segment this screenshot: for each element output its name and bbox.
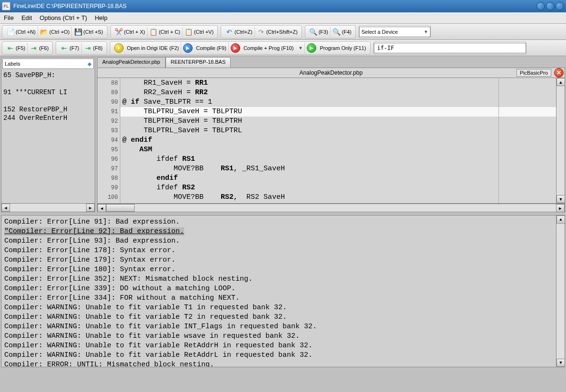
output-line[interactable]: Compiler: WARNING: Unable to fit variabl…	[4, 341, 562, 351]
output-line[interactable]: Compiler: Error[Line 179]: Syntax error.	[4, 255, 562, 265]
code-line[interactable]: RR2_SaveH = RR2	[120, 88, 556, 98]
window-controls	[537, 2, 564, 10]
output-vscrollbar[interactable]: ▲ ▼	[556, 216, 565, 367]
f5-label: (F5)	[16, 45, 25, 51]
dropdown-arrow-icon[interactable]: ▼	[298, 46, 303, 50]
menu-options[interactable]: Options (Ctrl + T)	[39, 14, 87, 21]
hscroll-track[interactable]	[135, 204, 556, 212]
undo-button[interactable]: ↶(Ctrl+Z)	[223, 27, 255, 37]
code-area: 888990919293949596979899100 RR1_SaveH = …	[97, 78, 565, 204]
label-item[interactable]: 65 SavePBP_H:	[3, 71, 93, 79]
output-line[interactable]: Compiler: WARNING: Unable to fit variabl…	[4, 322, 562, 332]
scroll-track[interactable]	[10, 204, 86, 212]
program-only-button[interactable]: ▶ Program Only (F11)	[305, 42, 368, 54]
code-line[interactable]: ifdef RS1	[120, 155, 556, 164]
if-expression-input[interactable]	[374, 43, 526, 53]
code-line[interactable]: ifdef RS2	[120, 183, 556, 193]
tabs-row: AnalogPeakDetector.pbp REENTERPBP-18.BAS	[97, 57, 565, 68]
vscroll-track[interactable]	[556, 86, 565, 195]
file-header-name: AnalogPeakDetector.pbp	[300, 69, 363, 76]
open-ide-label: Open in Origi IDE (F2)	[127, 45, 179, 51]
new-file-button[interactable]: 📄(Ctrl +N)	[4, 27, 38, 37]
output-line[interactable]: Compiler: Error[Line 178]: Syntax error.	[4, 246, 562, 255]
menu-edit[interactable]: Edit	[21, 14, 32, 21]
maximize-button[interactable]	[546, 2, 555, 10]
output-line[interactable]: Compiler: Error[Line 352]: NEXT: Mismatc…	[4, 274, 562, 284]
output-line[interactable]: Compiler: WARNING: Unable to fit variabl…	[4, 303, 562, 313]
output-line[interactable]: Compiler: WARNING: Unable to fit variabl…	[4, 351, 562, 360]
line-number: 94	[98, 136, 120, 145]
code-line[interactable]: TBLPTRU_SaveH = TBLPTRU	[120, 107, 556, 117]
minimize-button[interactable]	[537, 2, 545, 10]
menu-file[interactable]: File	[4, 14, 14, 21]
tab-analog[interactable]: AnalogPeakDetector.pbp	[97, 57, 166, 68]
code-line[interactable]: endif	[120, 174, 556, 183]
save-label: (Ctrl +S)	[83, 29, 103, 35]
label-item[interactable]	[3, 79, 93, 88]
line-number: 88	[98, 78, 120, 88]
output-line[interactable]: Compiler: Error[Line 334]: FOR without a…	[4, 294, 562, 303]
labels-dropdown[interactable]: Labels ◆	[2, 59, 94, 69]
compile-prog-button[interactable]: ▶ Compile + Prog (F10) ▼	[229, 42, 305, 54]
output-line[interactable]: Compiler: Error[Line 93]: Bad expression…	[4, 236, 562, 246]
left-hscrollbar[interactable]: ◄ ►	[1, 203, 95, 212]
output-line[interactable]: Compiler: Error[Line 180]: Syntax error.	[4, 265, 562, 274]
line-number: 92	[98, 117, 120, 126]
redo-button[interactable]: ↷(Ctrl+Shift+Z)	[255, 27, 300, 37]
compile-button[interactable]: ▶ Compile (F9)	[181, 42, 229, 54]
new-label: (Ctrl +N)	[16, 29, 36, 35]
uncomment-button[interactable]: ⇥(F8)	[82, 43, 105, 53]
label-item[interactable]: 244 OverReEnterH	[3, 114, 93, 122]
menu-help[interactable]: Help	[95, 14, 107, 21]
code-line[interactable]: ASM	[120, 145, 556, 155]
comment-icon: ⇤	[60, 44, 68, 52]
output-line[interactable]: Compiler: WARNING: Unable to fit variabl…	[4, 332, 562, 341]
label-item[interactable]: 152 RestorePBP_H	[3, 105, 93, 114]
scroll-up-icon[interactable]: ▲	[556, 216, 565, 224]
scroll-right-icon[interactable]: ►	[86, 204, 95, 212]
output-line[interactable]: Compiler: Error[Line 339]: DO without a …	[4, 284, 562, 294]
vscroll-track[interactable]	[556, 224, 565, 359]
open-ide-button[interactable]: ● Open in Origi IDE (F2)	[112, 42, 181, 54]
code-line[interactable]: TBLPTRH_SaveH = TBLPTRH	[120, 117, 556, 126]
code-line[interactable]: MOVE?BB RS2, RS2 SaveH	[120, 193, 556, 202]
find-next-button[interactable]: 🔍(F4)	[331, 27, 353, 37]
scroll-right-icon[interactable]: ►	[556, 204, 565, 212]
find-button[interactable]: 🔍(F3)	[307, 27, 331, 37]
indent-right-button[interactable]: ⇥(F6)	[28, 43, 50, 53]
device-select[interactable]: Select a Device ▼	[359, 27, 430, 37]
output-line[interactable]: "Compiler: Error[Line 92]: Bad expressio…	[4, 227, 562, 236]
scroll-down-icon[interactable]: ▼	[556, 359, 565, 367]
output-line[interactable]: Compiler: WARNING: Unable to fit variabl…	[4, 313, 562, 322]
label-item[interactable]: 91 ***CURRENT LI	[3, 88, 93, 97]
label-item[interactable]	[3, 97, 93, 105]
paste-button[interactable]: 📋(Ctrl +V)	[183, 27, 215, 37]
scroll-down-icon[interactable]: ▼	[556, 195, 565, 203]
cut-button[interactable]: ✂️(Ctrl + X)	[113, 27, 147, 37]
line-number: 100	[98, 193, 120, 202]
code-line[interactable]: TBLPTRL_SaveH = TBLPTRL	[120, 126, 556, 136]
scroll-up-icon[interactable]: ▲	[556, 78, 565, 86]
labels-list[interactable]: 65 SavePBP_H: 91 ***CURRENT LI 152 Resto…	[1, 70, 95, 203]
tab-reenter[interactable]: REENTERPBP-18.BAS	[166, 57, 231, 68]
code-line[interactable]: RR1_SaveH = RR1	[120, 78, 556, 88]
editor-hscrollbar[interactable]: ◄ ►	[97, 204, 565, 212]
scroll-left-icon[interactable]: ◄	[1, 204, 10, 212]
code-line[interactable]: @ if Save_TBLPTR == 1	[120, 98, 556, 107]
close-window-button[interactable]	[556, 2, 564, 10]
output-line[interactable]: Compiler: Error[Line 91]: Bad expression…	[4, 217, 562, 227]
output-panel[interactable]: Compiler: Error[Line 91]: Bad expression…	[1, 215, 565, 367]
code-line[interactable]: @ endif	[120, 136, 556, 145]
open-file-button[interactable]: 📂(Ctrl +O)	[38, 27, 72, 37]
output-line[interactable]: Compiler: ERROR: UNTIL: Mismatched block…	[4, 360, 562, 367]
copy-button[interactable]: 📋(Ctrl + C)	[147, 27, 183, 37]
close-file-button[interactable]: ✕	[554, 68, 564, 78]
scroll-left-icon[interactable]: ◄	[98, 204, 106, 212]
code-line[interactable]: MOVE?BB RS1, _RS1_SaveH	[120, 164, 556, 174]
indent-left-button[interactable]: ⇤(F5)	[4, 43, 28, 53]
code-body[interactable]: RR1_SaveH = RR1 RR2_SaveH = RR2@ if Save…	[120, 78, 556, 203]
code-vscrollbar[interactable]: ▲ ▼	[556, 78, 565, 203]
hscroll-thumb[interactable]	[106, 204, 135, 212]
save-file-button[interactable]: 💾(Ctrl +S)	[72, 27, 105, 37]
comment-button[interactable]: ⇤(F7)	[58, 43, 81, 53]
